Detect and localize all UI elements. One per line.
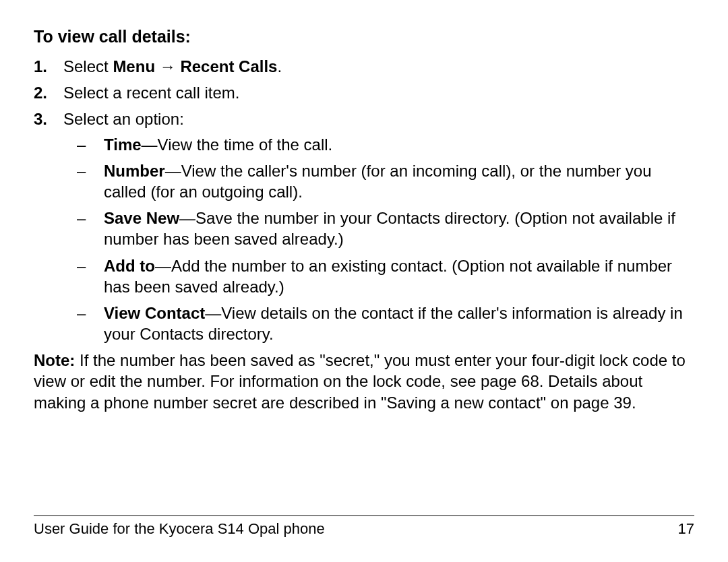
step-number: 2. [34,82,47,103]
step-text: Select a recent call item. [63,84,239,102]
step-text: Select Menu → Recent Calls. [63,57,282,75]
option-item: – Time—View the time of the call. [63,134,694,155]
dash-icon: – [77,303,86,323]
footer-row: User Guide for the Kyocera S14 Opal phon… [34,520,694,538]
step-item: 1. Select Menu → Recent Calls. [34,56,694,77]
dash-icon: – [77,134,86,155]
dash-icon: – [77,255,86,276]
page-footer: User Guide for the Kyocera S14 Opal phon… [34,516,694,538]
option-item: – Add to—Add the number to an existing c… [63,255,694,297]
step-number: 3. [34,108,47,129]
option-label: View Contact [104,304,205,322]
step-item: 2. Select a recent call item. [34,82,694,103]
step-number: 1. [34,56,47,77]
note-label: Note: [34,351,75,369]
note-body: If the number has been saved as "secret,… [34,351,686,411]
option-desc: —Save the number in your Contacts direct… [104,209,675,248]
option-label: Save New [104,209,179,227]
document-page: To view call details: 1. Select Menu → R… [0,0,728,562]
option-item: – Save New—Save the number in your Conta… [63,208,694,249]
dash-icon: – [77,208,86,228]
section-heading: To view call details: [34,27,694,46]
menu-path-part: Menu [113,57,155,75]
footer-rule [34,516,694,516]
option-label: Time [104,135,142,154]
option-item: – View Contact—View details on the conta… [63,303,694,344]
step-item: 3. Select an option: – Time—View the tim… [34,108,694,344]
step-text: Select an option: [63,110,184,128]
menu-path-part: Recent Calls [180,57,277,75]
option-label: Number [104,162,165,180]
option-desc: —View the caller's number (for an incomi… [104,162,651,201]
arrow-icon: → [155,57,180,75]
option-desc: —View the time of the call. [142,135,333,154]
steps-list: 1. Select Menu → Recent Calls. 2. Select… [34,56,694,344]
option-item: – Number—View the caller's number (for a… [63,160,694,202]
option-label: Add to [104,257,155,275]
page-number: 17 [678,520,694,538]
note-paragraph: Note: If the number has been saved as "s… [34,350,694,413]
options-list: – Time—View the time of the call. – Numb… [63,134,694,345]
footer-title: User Guide for the Kyocera S14 Opal phon… [34,520,325,538]
option-desc: —Add the number to an existing contact. … [104,257,672,296]
dash-icon: – [77,160,86,181]
